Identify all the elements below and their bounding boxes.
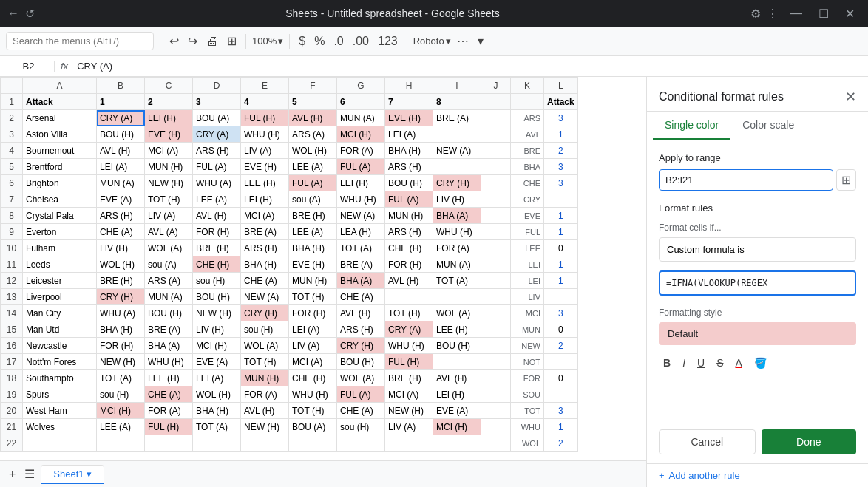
search-input[interactable] (6, 32, 154, 50)
cell-5-4[interactable]: EVE (H) (241, 159, 289, 175)
cell-12-5[interactable]: MUN (H) (289, 273, 337, 289)
cell-6-2[interactable]: NEW (H) (145, 175, 193, 191)
cell-15-8[interactable]: LEE (H) (433, 321, 481, 338)
cell-22-5[interactable] (289, 435, 337, 452)
cell-11-1[interactable]: WOL (H) (97, 256, 145, 273)
cell-19-2[interactable]: CHE (A) (145, 386, 193, 403)
cancel-button[interactable]: Cancel (659, 429, 756, 454)
cell-18-3[interactable]: LEI (A) (193, 370, 241, 386)
cell-8-7[interactable]: MUN (H) (385, 208, 433, 224)
cell-22-11[interactable]: 2 (544, 435, 578, 452)
cell-6-4[interactable]: LEE (H) (241, 175, 289, 191)
cell-3-5[interactable]: ARS (A) (289, 126, 337, 143)
cell-15-5[interactable]: LEI (A) (289, 321, 337, 338)
cell-6-0[interactable]: Brighton (23, 175, 97, 191)
row-header-21[interactable]: 21 (1, 419, 23, 435)
cell-19-6[interactable]: FUL (A) (337, 386, 385, 403)
cell-7-0[interactable]: Chelsea (23, 191, 97, 208)
maximize-button[interactable]: ☐ (813, 5, 835, 22)
cell-17-1[interactable]: NEW (H) (97, 354, 145, 370)
cell-10-9[interactable] (481, 240, 511, 256)
col-header-h[interactable]: H (385, 78, 433, 94)
cell-6-3[interactable]: WHU (A) (193, 175, 241, 191)
italic-button[interactable]: I (678, 354, 690, 372)
cell-1-11[interactable]: Attack (544, 94, 578, 110)
sheet-tab-dropdown-icon[interactable]: ▾ (87, 469, 92, 480)
row-header-11[interactable]: 11 (1, 256, 23, 273)
cell-14-6[interactable]: AVL (H) (337, 305, 385, 321)
cell-3-3[interactable]: CRY (A) (193, 126, 241, 143)
cell-20-1[interactable]: MCI (H) (97, 403, 145, 419)
cell-10-10[interactable]: LEE (511, 240, 544, 256)
cell-22-10[interactable]: WOL (511, 435, 544, 452)
cell-8-4[interactable]: MCI (A) (241, 208, 289, 224)
cell-15-6[interactable]: ARS (H) (337, 321, 385, 338)
cell-2-9[interactable] (481, 110, 511, 126)
cell-18-10[interactable]: FOR (511, 370, 544, 386)
cell-16-6[interactable]: CRY (H) (337, 338, 385, 354)
cell-19-7[interactable]: MCI (A) (385, 386, 433, 403)
cell-4-10[interactable]: BRE (511, 143, 544, 159)
col-header-e[interactable]: E (241, 78, 289, 94)
cell-12-0[interactable]: Leicester (23, 273, 97, 289)
cell-15-2[interactable]: BRE (A) (145, 321, 193, 338)
cell-3-8[interactable] (433, 126, 481, 143)
cell-12-4[interactable]: CHE (A) (241, 273, 289, 289)
cell-6-1[interactable]: MUN (A) (97, 175, 145, 191)
cell-18-11[interactable]: 0 (544, 370, 578, 386)
cell-6-8[interactable]: CRY (H) (433, 175, 481, 191)
cell-11-2[interactable]: sou (A) (145, 256, 193, 273)
cell-13-10[interactable]: LIV (511, 289, 544, 305)
cell-4-7[interactable]: BHA (H) (385, 143, 433, 159)
cell-10-3[interactable]: BRE (H) (193, 240, 241, 256)
cell-6-7[interactable]: BOU (H) (385, 175, 433, 191)
cell-10-4[interactable]: ARS (H) (241, 240, 289, 256)
cell-8-10[interactable]: EVE (511, 208, 544, 224)
cell-19-11[interactable] (544, 386, 578, 403)
cell-3-0[interactable]: Aston Villa (23, 126, 97, 143)
cell-18-8[interactable]: AVL (H) (433, 370, 481, 386)
cell-16-7[interactable]: WHU (H) (385, 338, 433, 354)
cell-15-7[interactable]: CRY (A) (385, 321, 433, 338)
cell-13-3[interactable]: BOU (H) (193, 289, 241, 305)
col-header-k[interactable]: K (511, 78, 544, 94)
cell-2-8[interactable]: BRE (A) (433, 110, 481, 126)
cell-19-1[interactable]: sou (H) (97, 386, 145, 403)
cell-3-6[interactable]: MCI (H) (337, 126, 385, 143)
row-header-12[interactable]: 12 (1, 273, 23, 289)
cell-9-4[interactable]: BRE (A) (241, 224, 289, 240)
row-header-19[interactable]: 19 (1, 386, 23, 403)
cell-9-3[interactable]: FOR (H) (193, 224, 241, 240)
cell-21-6[interactable]: sou (H) (337, 419, 385, 435)
cell-14-3[interactable]: NEW (H) (193, 305, 241, 321)
cell-21-2[interactable]: FUL (H) (145, 419, 193, 435)
cell-19-5[interactable]: WHU (H) (289, 386, 337, 403)
cell-10-0[interactable]: Fulham (23, 240, 97, 256)
cell-8-5[interactable]: BRE (H) (289, 208, 337, 224)
cell-16-0[interactable]: Newcastle (23, 338, 97, 354)
cell-18-1[interactable]: TOT (A) (97, 370, 145, 386)
cell-11-5[interactable]: EVE (H) (289, 256, 337, 273)
cell-13-5[interactable]: TOT (H) (289, 289, 337, 305)
cell-14-5[interactable]: FOR (H) (289, 305, 337, 321)
cell-15-4[interactable]: sou (H) (241, 321, 289, 338)
row-header-2[interactable]: 2 (1, 110, 23, 126)
cell-5-2[interactable]: MUN (H) (145, 159, 193, 175)
cell-3-7[interactable]: LEI (A) (385, 126, 433, 143)
cell-7-8[interactable]: LIV (H) (433, 191, 481, 208)
cell-17-5[interactable]: MCI (A) (289, 354, 337, 370)
cell-5-3[interactable]: FUL (A) (193, 159, 241, 175)
cell-17-10[interactable]: NOT (511, 354, 544, 370)
cell-3-1[interactable]: BOU (H) (97, 126, 145, 143)
cell-13-8[interactable] (433, 289, 481, 305)
cell-2-3[interactable]: BOU (A) (193, 110, 241, 126)
cell-16-10[interactable]: NEW (511, 338, 544, 354)
format-condition-select[interactable]: Custom formula is Cell is empty Cell is … (667, 244, 848, 255)
cell-17-4[interactable]: TOT (H) (241, 354, 289, 370)
cell-4-8[interactable]: NEW (A) (433, 143, 481, 159)
cell-14-4[interactable]: CRY (H) (241, 305, 289, 321)
cell-12-9[interactable] (481, 273, 511, 289)
cell-17-7[interactable]: FUL (H) (385, 354, 433, 370)
cell-18-6[interactable]: WOL (A) (337, 370, 385, 386)
cell-5-9[interactable] (481, 159, 511, 175)
